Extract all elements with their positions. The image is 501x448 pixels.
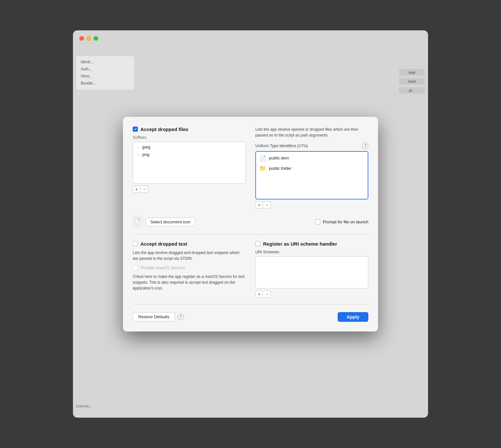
- select-document-icon-button[interactable]: Select document icon: [146, 218, 195, 226]
- uti-item-public-item: 📄 public.item: [256, 153, 368, 163]
- apply-button[interactable]: Apply: [338, 312, 368, 322]
- bg-sidebar-item: Auth...: [79, 66, 132, 72]
- close-button[interactable]: [79, 36, 84, 41]
- add-uti-button[interactable]: +: [255, 201, 263, 209]
- traffic-lights: [79, 36, 98, 41]
- suffix-item-png: — png: [133, 151, 245, 158]
- minimize-button[interactable]: [87, 36, 91, 41]
- uri-controls: + −: [255, 290, 368, 298]
- bg-bash-button: .bash: [399, 78, 425, 85]
- bg-sidebar: Identi... Auth... Versi... Bundle...: [76, 56, 134, 90]
- prompt-file-label: Prompt for file on launch: [323, 219, 368, 224]
- accept-files-label: Accept dropped files: [140, 127, 188, 132]
- svg-rect-0: [135, 218, 140, 225]
- accept-text-checkbox-row: Accept dropped text: [133, 241, 246, 247]
- uri-handler-checkbox[interactable]: [255, 241, 261, 246]
- remove-suffix-button[interactable]: −: [140, 186, 148, 193]
- suffix-png-value: png: [142, 152, 149, 157]
- bg-args-button: args: [399, 69, 425, 76]
- doc-icon-row: Select document icon: [133, 216, 195, 228]
- uti-public-item-value: public.item: [269, 156, 289, 160]
- bottom-sections: Accept dropped text Lets the app receive…: [133, 241, 368, 298]
- bg-pt-button: pt...: [399, 87, 425, 94]
- suffix-item-jpeg: — jpeg: [133, 143, 245, 151]
- uri-handler-label: Register as URI scheme handler: [263, 241, 337, 247]
- accept-files-section: Accept dropped files Suffixes — jpeg — p…: [133, 127, 368, 209]
- doc-icon-placeholder: [133, 216, 143, 228]
- service-checkbox-label: Provide macOS Service: [140, 265, 185, 270]
- divider-2: [133, 304, 368, 304]
- uri-schemes-label: URI Schemes: [255, 250, 368, 254]
- bg-estimate-label: Estimati...: [76, 404, 92, 408]
- bg-sidebar-item: Bundle...: [79, 80, 132, 87]
- divider-1: [133, 234, 368, 235]
- add-suffix-button[interactable]: +: [133, 186, 140, 193]
- footer-help-button[interactable]: ?: [178, 314, 184, 320]
- accept-files-checkbox[interactable]: [133, 127, 138, 132]
- suffixes-controls: + −: [133, 186, 246, 193]
- accept-text-section: Accept dropped text Lets the app receive…: [133, 241, 246, 298]
- suffixes-list: — jpeg — png: [133, 142, 246, 184]
- uri-handler-checkbox-row: Register as URI scheme handler: [255, 241, 368, 247]
- document-placeholder-icon: [134, 218, 141, 226]
- uti-label: Uniform Type Identifiers (UTIs): [255, 144, 308, 148]
- dialog: Accept dropped files Suffixes — jpeg — p…: [123, 117, 378, 331]
- uti-header: Uniform Type Identifiers (UTIs) ?: [255, 143, 368, 149]
- accept-files-checkbox-row: Accept dropped files: [133, 127, 246, 132]
- footer: Restore Defaults ? Apply: [133, 312, 368, 322]
- folder-icon: 📁: [259, 165, 266, 172]
- uti-item-public-folder: 📁 public.folder: [256, 163, 368, 174]
- uri-handler-section: Register as URI scheme handler URI Schem…: [255, 241, 368, 298]
- accept-files-left: Accept dropped files Suffixes — jpeg — p…: [133, 127, 246, 209]
- options-row: Select document icon Prompt for file on …: [133, 216, 368, 228]
- document-icon: 📄: [259, 155, 266, 162]
- bg-sidebar-item: Identi...: [79, 59, 132, 65]
- accept-text-description: Lets the app receive dragged and dropped…: [133, 250, 246, 261]
- remove-uti-button[interactable]: −: [263, 201, 271, 209]
- remove-uri-button[interactable]: −: [263, 290, 271, 298]
- uri-schemes-list: [255, 256, 368, 289]
- service-checkbox[interactable]: [133, 265, 138, 270]
- uti-list: 📄 public.item 📁 public.folder: [255, 151, 368, 199]
- service-description: Check here to make the app register as a…: [133, 274, 246, 291]
- maximize-button[interactable]: [94, 36, 98, 41]
- uti-public-folder-value: public.folder: [269, 166, 291, 171]
- restore-defaults-button[interactable]: Restore Defaults: [133, 312, 175, 321]
- accept-files-right: Lets the app receive opened or dropped f…: [255, 127, 368, 209]
- main-window: Identi... Auth... Versi... Bundle... arg…: [73, 30, 428, 418]
- accept-text-label: Accept dropped text: [140, 241, 187, 247]
- suffix-jpeg-value: jpeg: [142, 145, 150, 149]
- dash-icon-2: —: [136, 152, 140, 156]
- prompt-row: Prompt for file on launch: [315, 219, 368, 225]
- prompt-file-checkbox[interactable]: [315, 219, 320, 225]
- bg-right-panel: args .bash pt...: [399, 69, 425, 94]
- footer-left: Restore Defaults ?: [133, 312, 184, 321]
- uti-help-button[interactable]: ?: [362, 143, 368, 149]
- suffixes-label: Suffixes: [133, 135, 246, 140]
- dash-icon: —: [136, 145, 140, 149]
- service-checkbox-row: Provide macOS Service: [133, 265, 246, 270]
- uti-controls: + −: [255, 201, 368, 209]
- accept-files-description: Lets the app receive opened or dropped f…: [255, 127, 368, 138]
- bg-sidebar-item: Versi...: [79, 73, 132, 79]
- add-uri-button[interactable]: +: [255, 290, 263, 298]
- accept-text-checkbox[interactable]: [133, 241, 138, 246]
